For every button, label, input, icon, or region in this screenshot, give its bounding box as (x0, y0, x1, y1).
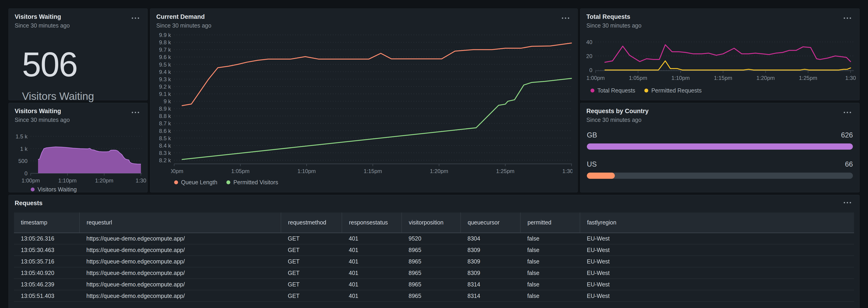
svg-text:1:25pm: 1:25pm (799, 75, 817, 81)
table-cell: 401 (342, 233, 402, 244)
legend-item[interactable]: Visitors Waiting (31, 186, 77, 193)
table-cell: https://queue-demo.edgecompute.app/ (80, 290, 281, 302)
table-cell: EU-West (580, 233, 854, 244)
svg-text:1:05pm: 1:05pm (629, 75, 647, 81)
svg-text:1.5 k: 1.5 k (16, 133, 28, 140)
svg-text:1:05pm: 1:05pm (231, 168, 250, 174)
svg-text:1:30: 1:30 (136, 177, 147, 184)
svg-text:1:10pm: 1:10pm (58, 177, 76, 184)
visitors-waiting-chart[interactable]: 05001 k1.5 k1:00pm1:10pm1:20pm1:30 (14, 128, 142, 184)
svg-text:8.4 k: 8.4 k (159, 142, 171, 149)
column-header-queuecursor[interactable]: queuecursor (461, 213, 520, 233)
svg-text:1:20pm: 1:20pm (756, 75, 775, 81)
svg-text:9.1 k: 9.1 k (159, 91, 171, 97)
table-cell: false (520, 279, 580, 290)
table-cell: 401 (342, 267, 402, 279)
panel-header: Visitors Waiting Since 30 minutes ago (15, 108, 129, 123)
table-cell: https://queue-demo.edgecompute.app/ (80, 256, 281, 267)
table-cell: 401 (342, 290, 402, 302)
country-label: GB (587, 131, 597, 139)
table-cell: false (520, 290, 580, 302)
panel-title: Requests by Country (586, 108, 841, 115)
column-header-timestamp[interactable]: timestamp (14, 213, 80, 233)
legend-item[interactable]: Permitted Requests (644, 87, 702, 94)
table-row: 13:05:30.463https://queue-demo.edgecompu… (14, 244, 854, 256)
column-header-requesturl[interactable]: requesturl (80, 213, 281, 233)
svg-text:1:25pm: 1:25pm (496, 168, 515, 174)
panel-current-demand: Current Demand Since 30 minutes ago 9.9 … (150, 8, 578, 192)
table-cell: https://queue-demo.edgecompute.app/ (80, 233, 281, 244)
legend-item[interactable]: Total Requests (590, 87, 635, 94)
requests-table-wrap: timestamprequesturlrequestmethodresponse… (14, 213, 854, 302)
table-cell: GET (281, 244, 342, 256)
svg-text:1:00pm: 1:00pm (586, 75, 605, 81)
legend-series-label: Visitors Waiting (38, 186, 77, 193)
table-cell: false (520, 267, 580, 279)
panel-menu-icon[interactable] (560, 16, 570, 20)
legend-series-dot-icon (31, 188, 35, 191)
panel-menu-icon[interactable] (842, 16, 852, 20)
svg-text:9 k: 9 k (164, 98, 171, 105)
svg-text:9.3 k: 9.3 k (159, 76, 171, 82)
panel-menu-icon[interactable] (842, 201, 852, 205)
panel-menu-icon[interactable] (842, 110, 852, 114)
svg-text:1:30: 1:30 (845, 75, 856, 81)
table-cell: 8965 (402, 290, 461, 302)
table-header-row: timestamprequesturlrequestmethodresponse… (14, 213, 854, 233)
table-cell: 8309 (461, 267, 520, 279)
table-cell: GET (281, 233, 342, 244)
panel-subtitle: Since 30 minutes ago (15, 117, 129, 123)
svg-text:500: 500 (18, 158, 28, 164)
legend-series-dot-icon (590, 89, 594, 92)
table-cell: EU-West (580, 290, 854, 302)
column-header-permitted[interactable]: permitted (520, 213, 580, 233)
svg-text:1:30pm: 1:30pm (562, 168, 572, 174)
panel-title: Visitors Waiting (15, 108, 129, 115)
column-header-visitorposition[interactable]: visitorposition (402, 213, 461, 233)
country-value: 626 (841, 131, 853, 139)
table-cell: 8965 (402, 267, 461, 279)
svg-text:9.8 k: 9.8 k (159, 39, 171, 46)
svg-text:0: 0 (25, 170, 28, 176)
panel-requests-table: Requests timestamprequesturlrequestmetho… (8, 195, 860, 308)
svg-text:1:15pm: 1:15pm (364, 168, 382, 174)
table-cell: false (520, 244, 580, 256)
total-requests-chart[interactable]: 020401:00pm1:05pm1:10pm1:15pm1:20pm1:25p… (586, 32, 854, 81)
table-cell: 8304 (461, 233, 520, 244)
svg-text:1 k: 1 k (20, 146, 28, 152)
column-header-fastlyregion[interactable]: fastlyregion (580, 213, 854, 233)
svg-text:9.6 k: 9.6 k (159, 54, 171, 60)
dashboard: Visitors Waiting Since 30 minutes ago 50… (0, 0, 868, 308)
column-header-responsestatus[interactable]: responsestatus (342, 213, 402, 233)
column-header-requestmethod[interactable]: requestmethod (281, 213, 342, 233)
legend-series-label: Total Requests (597, 87, 635, 94)
panel-header: Requests (15, 200, 841, 207)
svg-text:20: 20 (586, 53, 592, 59)
panel-menu-icon[interactable] (130, 110, 141, 114)
legend-item[interactable]: Permitted Visitors (226, 179, 278, 186)
svg-text:8.5 k: 8.5 k (159, 135, 171, 141)
stat-body: 506 Visitors Waiting (22, 47, 94, 102)
table-cell: 13:05:46.239 (14, 279, 80, 290)
table-cell: 8309 (461, 244, 520, 256)
svg-text:40: 40 (586, 39, 592, 45)
panel-subtitle: Since 30 minutes ago (156, 22, 559, 29)
table-cell: EU-West (580, 267, 854, 279)
legend-item[interactable]: Queue Length (174, 179, 217, 186)
legend-series-dot-icon (644, 89, 648, 92)
current-demand-chart[interactable]: 9.9 k9.8 k9.7 k9.6 k9.5 k9.4 k9.3 k9.2 k… (156, 29, 572, 174)
table-cell: EU-West (580, 256, 854, 267)
country-bar-fill (587, 173, 615, 179)
panel-header: Total Requests Since 30 minutes ago (586, 13, 841, 29)
panel-subtitle: Since 30 minutes ago (586, 117, 841, 123)
table-cell: 401 (342, 279, 402, 290)
panel-header: Current Demand Since 30 minutes ago (156, 13, 559, 29)
table-cell: 9520 (402, 233, 461, 244)
svg-text:9.2 k: 9.2 k (159, 84, 171, 90)
table-cell: 401 (342, 244, 402, 256)
requests-table-body: 13:05:26.316https://queue-demo.edgecompu… (14, 233, 854, 302)
panel-subtitle: Since 30 minutes ago (15, 22, 129, 29)
panel-menu-icon[interactable] (130, 16, 141, 20)
table-cell: 13:05:30.463 (14, 244, 80, 256)
country-bar-track (587, 173, 853, 179)
